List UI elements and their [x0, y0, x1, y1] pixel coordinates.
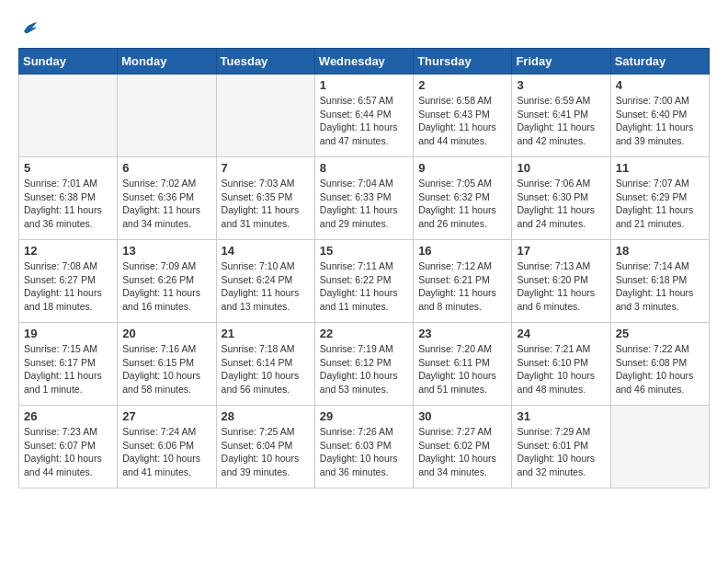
- day-info: Sunrise: 7:27 AM Sunset: 6:02 PM Dayligh…: [418, 425, 506, 479]
- day-number: 14: [222, 244, 310, 258]
- logo: [18, 18, 40, 39]
- calendar-cell: 9Sunrise: 7:05 AM Sunset: 6:32 PM Daylig…: [414, 157, 512, 240]
- day-header-monday: Monday: [118, 49, 216, 75]
- day-info: Sunrise: 7:12 AM Sunset: 6:21 PM Dayligh…: [418, 259, 506, 314]
- day-number: 10: [517, 161, 605, 175]
- day-number: 18: [616, 244, 704, 258]
- day-info: Sunrise: 7:00 AM Sunset: 6:40 PM Dayligh…: [616, 94, 704, 148]
- calendar-table: SundayMondayTuesdayWednesdayThursdayFrid…: [18, 48, 710, 488]
- calendar-cell: 27Sunrise: 7:24 AM Sunset: 6:06 PM Dayli…: [118, 406, 216, 488]
- day-header-sunday: Sunday: [19, 49, 118, 75]
- day-info: Sunrise: 7:07 AM Sunset: 6:29 PM Dayligh…: [616, 177, 704, 231]
- day-number: 5: [24, 161, 112, 175]
- calendar-cell: 25Sunrise: 7:22 AM Sunset: 6:08 PM Dayli…: [610, 323, 709, 406]
- calendar-cell: 15Sunrise: 7:11 AM Sunset: 6:22 PM Dayli…: [314, 240, 413, 323]
- calendar-cell: [19, 75, 118, 157]
- calendar-cell: 24Sunrise: 7:21 AM Sunset: 6:10 PM Dayli…: [512, 323, 610, 406]
- day-number: 6: [122, 161, 210, 175]
- calendar-cell: 10Sunrise: 7:06 AM Sunset: 6:30 PM Dayli…: [512, 157, 610, 240]
- calendar-cell: 18Sunrise: 7:14 AM Sunset: 6:18 PM Dayli…: [610, 240, 709, 323]
- day-info: Sunrise: 7:21 AM Sunset: 6:10 PM Dayligh…: [517, 342, 605, 396]
- day-number: 15: [320, 244, 408, 258]
- day-number: 7: [222, 161, 310, 175]
- day-info: Sunrise: 7:08 AM Sunset: 6:27 PM Dayligh…: [24, 259, 112, 314]
- day-info: Sunrise: 7:29 AM Sunset: 6:01 PM Dayligh…: [517, 425, 605, 479]
- day-number: 22: [320, 327, 408, 340]
- day-info: Sunrise: 7:22 AM Sunset: 6:08 PM Dayligh…: [616, 342, 704, 396]
- calendar-cell: 22Sunrise: 7:19 AM Sunset: 6:12 PM Dayli…: [314, 323, 413, 406]
- day-info: Sunrise: 7:13 AM Sunset: 6:20 PM Dayligh…: [517, 259, 605, 314]
- day-info: Sunrise: 6:58 AM Sunset: 6:43 PM Dayligh…: [418, 94, 506, 148]
- day-number: 20: [122, 327, 210, 340]
- day-number: 23: [418, 327, 506, 340]
- calendar-header-row: SundayMondayTuesdayWednesdayThursdayFrid…: [19, 49, 710, 75]
- day-info: Sunrise: 7:14 AM Sunset: 6:18 PM Dayligh…: [616, 259, 704, 314]
- day-number: 4: [616, 78, 704, 92]
- calendar-week-row: 5Sunrise: 7:01 AM Sunset: 6:38 PM Daylig…: [19, 157, 710, 240]
- day-header-thursday: Thursday: [414, 49, 512, 75]
- day-number: 12: [24, 244, 112, 258]
- calendar-cell: [118, 75, 216, 157]
- calendar-cell: 16Sunrise: 7:12 AM Sunset: 6:21 PM Dayli…: [414, 240, 512, 323]
- calendar-cell: [610, 406, 709, 488]
- calendar-week-row: 12Sunrise: 7:08 AM Sunset: 6:27 PM Dayli…: [19, 240, 710, 323]
- day-number: 3: [517, 78, 605, 92]
- day-number: 30: [418, 409, 506, 423]
- day-number: 13: [122, 244, 210, 258]
- header: [18, 18, 710, 39]
- day-number: 25: [616, 327, 704, 340]
- day-number: 9: [418, 161, 506, 175]
- calendar-cell: 20Sunrise: 7:16 AM Sunset: 6:15 PM Dayli…: [118, 323, 216, 406]
- calendar-cell: 4Sunrise: 7:00 AM Sunset: 6:40 PM Daylig…: [610, 75, 709, 157]
- calendar-cell: 8Sunrise: 7:04 AM Sunset: 6:33 PM Daylig…: [314, 157, 413, 240]
- calendar-cell: 21Sunrise: 7:18 AM Sunset: 6:14 PM Dayli…: [216, 323, 314, 406]
- day-info: Sunrise: 7:11 AM Sunset: 6:22 PM Dayligh…: [320, 259, 408, 314]
- day-number: 17: [517, 244, 605, 258]
- day-header-tuesday: Tuesday: [216, 49, 314, 75]
- day-info: Sunrise: 7:23 AM Sunset: 6:07 PM Dayligh…: [24, 425, 112, 479]
- day-number: 2: [418, 78, 506, 92]
- day-info: Sunrise: 7:09 AM Sunset: 6:26 PM Dayligh…: [122, 259, 210, 314]
- day-info: Sunrise: 7:06 AM Sunset: 6:30 PM Dayligh…: [517, 177, 605, 231]
- calendar-cell: 11Sunrise: 7:07 AM Sunset: 6:29 PM Dayli…: [610, 157, 709, 240]
- day-info: Sunrise: 7:04 AM Sunset: 6:33 PM Dayligh…: [320, 177, 408, 231]
- calendar-cell: 29Sunrise: 7:26 AM Sunset: 6:03 PM Dayli…: [314, 406, 413, 488]
- day-header-saturday: Saturday: [610, 49, 709, 75]
- calendar-cell: 13Sunrise: 7:09 AM Sunset: 6:26 PM Dayli…: [118, 240, 216, 323]
- day-number: 28: [222, 409, 310, 423]
- day-info: Sunrise: 6:59 AM Sunset: 6:41 PM Dayligh…: [517, 94, 605, 148]
- calendar-cell: 12Sunrise: 7:08 AM Sunset: 6:27 PM Dayli…: [19, 240, 118, 323]
- day-info: Sunrise: 7:10 AM Sunset: 6:24 PM Dayligh…: [222, 259, 310, 314]
- logo-bird-icon: [20, 18, 40, 39]
- calendar-week-row: 19Sunrise: 7:15 AM Sunset: 6:17 PM Dayli…: [19, 323, 710, 406]
- day-header-friday: Friday: [512, 49, 610, 75]
- calendar-cell: 14Sunrise: 7:10 AM Sunset: 6:24 PM Dayli…: [216, 240, 314, 323]
- calendar-cell: 31Sunrise: 7:29 AM Sunset: 6:01 PM Dayli…: [512, 406, 610, 488]
- day-number: 16: [418, 244, 506, 258]
- day-number: 27: [122, 409, 210, 423]
- day-info: Sunrise: 7:15 AM Sunset: 6:17 PM Dayligh…: [24, 342, 112, 396]
- calendar-cell: 2Sunrise: 6:58 AM Sunset: 6:43 PM Daylig…: [414, 75, 512, 157]
- day-number: 31: [517, 409, 605, 423]
- day-info: Sunrise: 7:01 AM Sunset: 6:38 PM Dayligh…: [24, 177, 112, 231]
- day-header-wednesday: Wednesday: [314, 49, 413, 75]
- day-info: Sunrise: 7:05 AM Sunset: 6:32 PM Dayligh…: [418, 177, 506, 231]
- day-number: 8: [320, 161, 408, 175]
- calendar-cell: 26Sunrise: 7:23 AM Sunset: 6:07 PM Dayli…: [19, 406, 118, 488]
- day-number: 21: [222, 327, 310, 340]
- day-number: 24: [517, 327, 605, 340]
- day-info: Sunrise: 7:25 AM Sunset: 6:04 PM Dayligh…: [222, 425, 310, 479]
- calendar-week-row: 1Sunrise: 6:57 AM Sunset: 6:44 PM Daylig…: [19, 75, 710, 157]
- calendar-cell: 19Sunrise: 7:15 AM Sunset: 6:17 PM Dayli…: [19, 323, 118, 406]
- calendar-cell: 7Sunrise: 7:03 AM Sunset: 6:35 PM Daylig…: [216, 157, 314, 240]
- calendar-cell: 1Sunrise: 6:57 AM Sunset: 6:44 PM Daylig…: [314, 75, 413, 157]
- day-info: Sunrise: 7:26 AM Sunset: 6:03 PM Dayligh…: [320, 425, 408, 479]
- day-number: 19: [24, 327, 112, 340]
- day-info: Sunrise: 6:57 AM Sunset: 6:44 PM Dayligh…: [320, 94, 408, 148]
- day-info: Sunrise: 7:20 AM Sunset: 6:11 PM Dayligh…: [418, 342, 506, 396]
- day-number: 29: [320, 409, 408, 423]
- day-number: 11: [616, 161, 704, 175]
- day-info: Sunrise: 7:18 AM Sunset: 6:14 PM Dayligh…: [222, 342, 310, 396]
- day-info: Sunrise: 7:24 AM Sunset: 6:06 PM Dayligh…: [122, 425, 210, 479]
- calendar-cell: 17Sunrise: 7:13 AM Sunset: 6:20 PM Dayli…: [512, 240, 610, 323]
